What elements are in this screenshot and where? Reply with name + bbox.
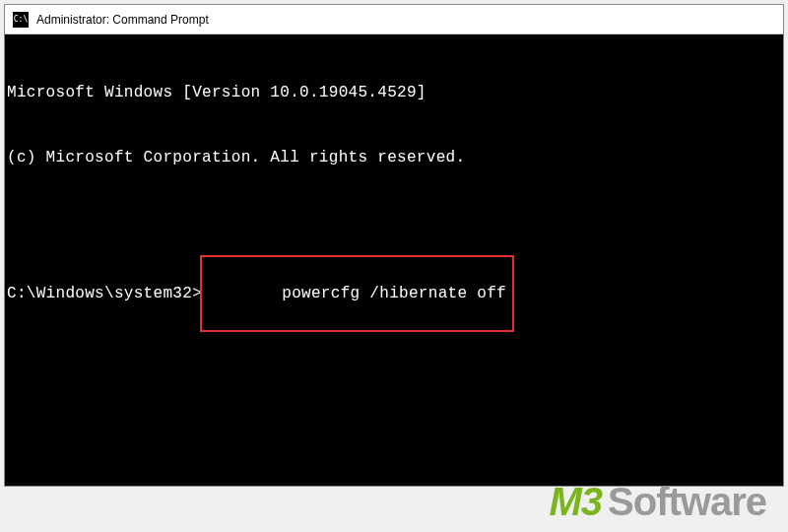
command-highlight: powercfg /hibernate off: [200, 255, 514, 332]
copyright-line: (c) Microsoft Corporation. All rights re…: [7, 147, 781, 168]
command-prompt-window: C:\ Administrator: Command Prompt Micros…: [4, 4, 784, 487]
cmd-icon: C:\: [13, 12, 29, 28]
command-text: powercfg /hibernate off: [282, 285, 506, 302]
window-title: Administrator: Command Prompt: [36, 13, 209, 27]
terminal-body[interactable]: Microsoft Windows [Version 10.0.19045.45…: [5, 34, 783, 486]
version-line: Microsoft Windows [Version 10.0.19045.45…: [7, 82, 781, 103]
titlebar[interactable]: C:\ Administrator: Command Prompt: [5, 5, 783, 34]
prompt-text: C:\Windows\system32>: [7, 283, 202, 304]
watermark-logo: M3 Software: [549, 480, 766, 524]
watermark-m3: M3: [549, 480, 602, 524]
prompt-line: C:\Windows\system32> powercfg /hibernate…: [7, 255, 781, 332]
cmd-icon-glyph: C:\: [14, 15, 28, 24]
watermark-software: Software: [608, 480, 766, 524]
